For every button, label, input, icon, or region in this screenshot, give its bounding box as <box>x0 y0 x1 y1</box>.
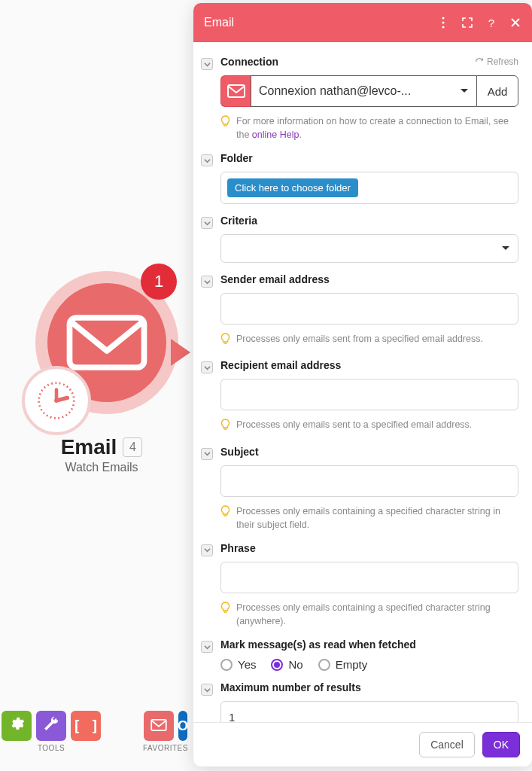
chevron-down-icon <box>460 88 469 94</box>
folder-label: Folder <box>220 152 518 164</box>
bulb-icon <box>220 419 230 434</box>
clock-icon <box>22 366 91 435</box>
mail-icon <box>65 309 148 376</box>
field-toggle-sender[interactable] <box>201 276 213 288</box>
favorites-tile-email[interactable] <box>144 711 174 741</box>
online-help-link[interactable]: online Help <box>252 130 299 140</box>
sender-input[interactable] <box>220 293 518 325</box>
close-icon[interactable] <box>509 17 521 29</box>
field-toggle-maxresults[interactable] <box>201 684 213 696</box>
sender-hint: Processes only emails sent from a specif… <box>236 332 483 349</box>
tools-tile-settings[interactable] <box>2 711 32 741</box>
svg-point-4 <box>442 17 444 19</box>
folder-picker[interactable]: Click here to choose folder <box>220 172 518 204</box>
connection-app-icon <box>220 75 251 107</box>
tools-tile-wrench[interactable] <box>36 711 66 741</box>
node-title: Email <box>61 435 117 459</box>
mail-icon <box>150 716 167 736</box>
phrase-hint: Processes only emails containing a speci… <box>236 601 518 628</box>
config-panel: Email ? Connection <box>193 3 532 766</box>
ok-button[interactable]: OK <box>482 732 520 757</box>
panel-header: Email ? <box>193 3 532 42</box>
recipient-input[interactable] <box>220 379 518 410</box>
field-toggle-connection[interactable] <box>201 58 213 70</box>
subject-hint: Processes only emails containing a speci… <box>236 504 518 532</box>
sender-label: Sender email address <box>220 273 518 285</box>
gear-icon <box>8 715 25 736</box>
maxresults-label: Maximum number of results <box>220 681 518 693</box>
criteria-label: Criteria <box>220 215 518 227</box>
chevron-down-icon <box>501 245 510 251</box>
footer-label-tools: TOOLS <box>38 744 65 752</box>
subject-label: Subject <box>220 446 518 458</box>
connection-select[interactable]: Connexion nathan@levco-... <box>251 75 476 107</box>
node-count-badge: 4 <box>123 437 142 457</box>
field-toggle-criteria[interactable] <box>201 217 213 229</box>
svg-rect-3 <box>151 720 166 730</box>
bracket-icon: [ ] <box>72 717 99 735</box>
footer-label-favorites: FAVORITES <box>143 744 188 752</box>
favorites-tile-outlook[interactable]: O <box>178 711 187 741</box>
node-badge: 1 <box>141 264 177 300</box>
phrase-input[interactable] <box>220 562 518 593</box>
wrench-icon <box>43 715 59 736</box>
module-node-email[interactable]: 1 Email 4 Watch Emails <box>15 264 188 474</box>
cancel-button[interactable]: Cancel <box>419 732 475 757</box>
radio-empty[interactable]: Empty <box>318 658 368 671</box>
svg-point-2 <box>54 398 58 402</box>
bulb-icon <box>220 602 230 628</box>
connection-hint: For more information on how to create a … <box>236 114 518 142</box>
criteria-select[interactable] <box>220 234 518 263</box>
tools-tile-bracket[interactable]: [ ] <box>71 711 101 741</box>
field-toggle-folder[interactable] <box>201 154 213 166</box>
expand-icon[interactable] <box>461 17 473 29</box>
recipient-label: Recipient email address <box>220 359 518 371</box>
svg-point-6 <box>442 26 444 28</box>
refresh-icon <box>475 57 484 66</box>
field-toggle-subject[interactable] <box>201 448 213 460</box>
add-connection-button[interactable]: Add <box>476 75 518 107</box>
markread-label: Mark message(s) as read when fetched <box>220 638 518 651</box>
folder-choose-button[interactable]: Click here to choose folder <box>227 178 358 197</box>
phrase-label: Phrase <box>220 542 518 554</box>
field-toggle-markread[interactable] <box>201 641 213 653</box>
subject-input[interactable] <box>220 465 518 497</box>
svg-point-5 <box>442 21 444 23</box>
node-output-port[interactable] <box>171 339 190 366</box>
more-menu-icon[interactable] <box>437 17 449 29</box>
svg-rect-7 <box>228 85 245 97</box>
help-icon[interactable]: ? <box>485 17 497 29</box>
panel-title: Email <box>204 16 234 29</box>
field-toggle-recipient[interactable] <box>201 361 213 373</box>
maxresults-input[interactable] <box>220 701 518 722</box>
connection-label: Connection <box>220 56 278 68</box>
recipient-hint: Processes only emails sent to a specifie… <box>236 418 472 434</box>
bulb-icon <box>220 115 230 142</box>
radio-yes[interactable]: Yes <box>220 658 256 671</box>
node-subtitle: Watch Emails <box>15 461 188 474</box>
svg-rect-0 <box>70 318 144 367</box>
field-toggle-phrase[interactable] <box>201 544 213 556</box>
bulb-icon <box>220 333 230 349</box>
refresh-button[interactable]: Refresh <box>475 56 518 67</box>
outlook-icon: O <box>178 718 187 734</box>
bulb-icon <box>220 505 230 532</box>
panel-footer: Cancel OK <box>193 722 532 766</box>
radio-no[interactable]: No <box>271 658 302 671</box>
